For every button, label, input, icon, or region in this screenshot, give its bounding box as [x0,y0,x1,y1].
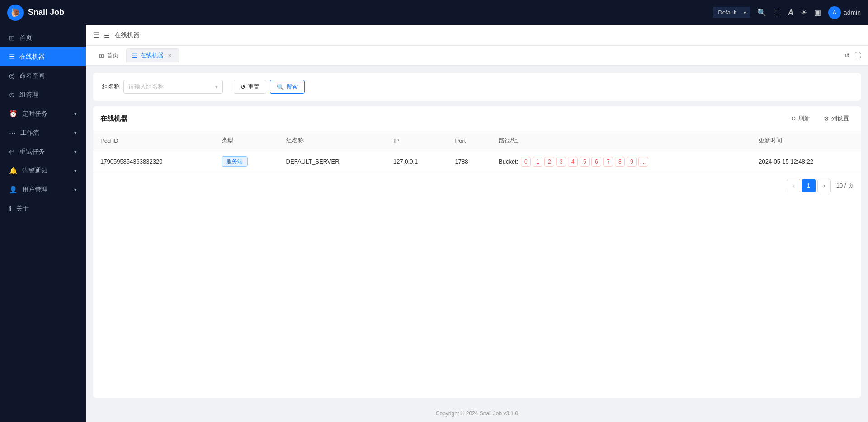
reset-button[interactable]: ↺ 重置 [234,80,266,94]
settings-button[interactable]: ⚙ 列设置 [819,113,854,124]
col-type: 类型 [214,131,278,150]
scheduled-tasks-icon: ⏰ [9,110,18,118]
sidebar-item-workflow[interactable]: ⋯ 工作流 ▾ [0,123,86,142]
tab-bar-left: ⊞ 首页 ☰ 在线机器 ✕ [93,48,179,62]
refresh-button[interactable]: ↺ 刷新 [787,113,815,124]
bucket-8[interactable]: 8 [615,157,625,167]
app-name: Snail Job [28,8,64,17]
group-icon: ⊙ [9,91,15,99]
sidebar-item-label: 关于 [16,205,77,213]
admin-label: admin [844,9,861,16]
tab-close-btn[interactable]: ✕ [166,52,173,59]
chevron-down-icon: ▾ [74,130,77,136]
sidebar-item-label: 重试任务 [19,148,70,156]
bucket-3[interactable]: 3 [556,157,566,167]
tab-online-machines-label: 在线机器 [140,52,164,60]
cell-path-group: Bucket: 0 1 2 3 4 5 6 7 8 [491,150,751,173]
bucket-0[interactable]: 0 [521,157,531,167]
sidebar-item-online-machines[interactable]: ☰ 在线机器 [0,47,86,66]
sidebar-item-retry-tasks[interactable]: ↩ 重试任务 ▾ [0,142,86,161]
sidebar-item-label: 在线机器 [19,53,77,61]
logo-area: 🐌 Snail Job [7,5,93,21]
bucket-1[interactable]: 1 [533,157,542,167]
search-icon[interactable]: 🔍 [757,8,766,17]
cell-pod-id: 1790595854363832320 [93,150,214,173]
chevron-down-icon: ▾ [74,111,77,117]
page-size-text: 10 / 页 [836,182,854,190]
admin-area[interactable]: A admin [828,6,861,19]
tab-fullscreen-icon[interactable]: ⛶ [854,52,861,59]
sidebar-item-notifications[interactable]: 🔔 告警通知 ▾ [0,161,86,180]
search-button[interactable]: 🔍 搜索 [270,80,305,94]
sidebar-item-group[interactable]: ⊙ 组管理 [0,85,86,104]
sidebar: ⊞ 首页 ☰ 在线机器 ◎ 命名空间 ⊙ 组管理 ⏰ 定时任务 ▾ ⋯ 工作流 … [0,25,86,422]
footer: Copyright © 2024 Snail Job v3.1.0 [86,405,868,422]
table-actions: ↺ 刷新 ⚙ 列设置 [787,113,854,124]
retry-icon: ↩ [9,148,15,156]
settings-label: 列设置 [831,114,849,122]
sidebar-item-user-management[interactable]: 👤 用户管理 ▾ [0,180,86,199]
cell-group-name: DEFAULT_SERVER [279,150,386,173]
sidebar-item-namespace[interactable]: ◎ 命名空间 [0,66,86,85]
dropdown-arrow-icon: ▾ [215,84,218,90]
filter-bar: 组名称 请输入组名称 ▾ ↺ 重置 🔍 搜索 [93,73,861,101]
sidebar-item-label: 工作流 [20,129,70,137]
sidebar-item-label: 告警通知 [22,167,70,175]
table-header: 在线机器 ↺ 刷新 ⚙ 列设置 [93,106,861,131]
bucket-label: Bucket: [499,158,518,165]
tab-home[interactable]: ⊞ 首页 [93,48,124,62]
group-name-placeholder: 请输入组名称 [128,83,164,91]
sidebar-item-label: 定时任务 [22,110,70,118]
translate-icon[interactable]: A [788,9,793,17]
bucket-2[interactable]: 2 [544,157,554,167]
reset-icon: ↺ [241,84,245,90]
col-ip: IP [386,131,448,150]
bucket-6[interactable]: 6 [591,157,601,167]
bucket-7[interactable]: 7 [603,157,613,167]
cell-update-time: 2024-05-15 12:48:22 [751,150,861,173]
tab-online-machines[interactable]: ☰ 在线机器 ✕ [126,48,179,62]
footer-text: Copyright © 2024 Snail Job v3.1.0 [436,410,518,417]
online-tab-icon: ☰ [132,52,137,59]
avatar: A [828,6,841,19]
namespace-select[interactable]: Default [713,7,750,18]
theme-icon[interactable]: ☀ [801,8,807,17]
bucket-4[interactable]: 4 [568,157,578,167]
sidebar-item-label: 命名空间 [19,72,77,80]
namespace-select-wrapper[interactable]: Default [713,7,750,18]
sidebar-item-home[interactable]: ⊞ 首页 [0,28,86,47]
breadcrumb-text: 在线机器 [114,31,140,39]
logo-icon: 🐌 [7,5,24,21]
header-right: Default 🔍 ⛶ A ☀ ▣ A admin [713,6,861,19]
sidebar-item-scheduled-tasks[interactable]: ⏰ 定时任务 ▾ [0,104,86,123]
bucket-more[interactable]: ... [638,157,648,167]
filter-item-group: 组名称 请输入组名称 ▾ [102,80,223,94]
col-pod-id: Pod ID [93,131,214,150]
table-row: 1790595854363832320 服务端 DEFAULT_SERVER 1… [93,150,861,173]
sidebar-item-about[interactable]: ℹ 关于 [0,199,86,218]
tab-refresh-icon[interactable]: ↺ [844,52,850,59]
bucket-9[interactable]: 9 [627,157,637,167]
group-name-select[interactable]: 请输入组名称 ▾ [123,80,223,94]
cell-type: 服务端 [214,150,278,173]
prev-page-btn[interactable]: ‹ [787,179,800,192]
collapse-btn[interactable]: ☰ [93,31,99,39]
home-tab-icon: ⊞ [99,52,104,59]
bucket-5[interactable]: 5 [580,157,590,167]
type-tag: 服务端 [222,156,248,167]
chevron-down-icon: ▾ [74,168,77,174]
namespace-icon: ◎ [9,72,15,80]
table-card: 在线机器 ↺ 刷新 ⚙ 列设置 [93,106,861,398]
group-name-label: 组名称 [102,83,120,91]
reset-label: 重置 [248,83,259,91]
refresh-label: 刷新 [798,114,810,122]
breadcrumb-icon: ☰ [104,32,110,39]
tab-home-label: 首页 [107,52,118,60]
notification-icon: 🔔 [9,167,18,175]
sidebar-item-label: 用户管理 [22,186,70,194]
fullscreen-icon[interactable]: ⛶ [774,9,781,17]
page-1-btn[interactable]: 1 [802,179,816,192]
about-icon: ℹ [9,205,12,213]
next-page-btn[interactable]: › [817,179,831,192]
terminal-icon[interactable]: ▣ [814,8,821,17]
